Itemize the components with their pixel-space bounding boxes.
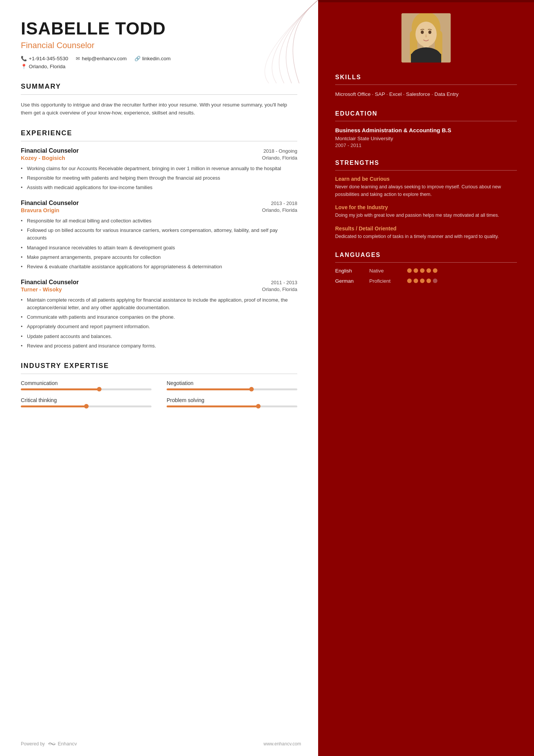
dot	[414, 279, 418, 283]
expertise-label-negotiation: Negotiation	[167, 380, 297, 386]
expertise-bar-negotiation	[167, 388, 297, 390]
job-location-2: Orlando, Florida	[262, 207, 297, 214]
language-row-english: English Native	[335, 268, 517, 274]
strength-item-3: Results / Detail Oriented Dedicated to c…	[335, 225, 517, 240]
strength-desc-1: Never done learning and always seeking t…	[335, 183, 517, 198]
job-company-2: Bravura Origin	[21, 207, 59, 213]
job-header-3: Financial Counselor 2011 - 2013	[21, 279, 297, 286]
svg-rect-9	[411, 54, 441, 63]
phone-icon: 📞	[21, 56, 27, 61]
job-bullets-3: Maintain complete records of all patient…	[21, 296, 297, 350]
job-role-1: Financial Counselor	[21, 147, 79, 154]
job-item-3: Financial Counselor 2011 - 2013 Turner -…	[21, 279, 297, 350]
expertise-label-communication: Communication	[21, 380, 151, 386]
skills-divider	[335, 85, 517, 85]
expertise-item-communication: Communication	[21, 380, 151, 390]
bullet-item: Assists with medicaid applications for l…	[21, 184, 297, 191]
language-name-german: German	[335, 278, 369, 284]
job-title: Financial Counselor	[21, 41, 297, 50]
strengths-divider	[335, 170, 517, 171]
right-panel: SKILLS Microsoft Office · SAP · Excel · …	[318, 0, 534, 756]
location-text: Orlando, Florida	[29, 64, 66, 69]
experience-divider	[21, 141, 297, 141]
job-item-1: Financial Counselor 2018 - Ongoing Kozey…	[21, 147, 297, 191]
bullet-item: Review & evaluate charitable assistance …	[21, 263, 297, 271]
job-header-1: Financial Counselor 2018 - Ongoing	[21, 147, 297, 154]
expertise-item-negotiation: Negotiation	[167, 380, 297, 390]
bullet-item: Make payment arrangements, prepare accou…	[21, 254, 297, 261]
resume-container: ISABELLE TODD Financial Counselor 📞 +1-9…	[0, 0, 534, 756]
bullet-item: Maintain complete records of all patient…	[21, 296, 297, 311]
dot	[433, 279, 437, 283]
languages-title: LANGUAGES	[335, 252, 517, 258]
experience-title: EXPERIENCE	[21, 129, 297, 137]
footer: Powered by Enhancv www.enhancv.com	[21, 741, 301, 747]
expertise-fill-negotiation	[167, 388, 251, 390]
job-company-row-2: Bravura Origin Orlando, Florida	[21, 207, 297, 214]
expertise-bar-problem-solving	[167, 405, 297, 407]
bullet-item: Review and process patient and insurance…	[21, 342, 297, 350]
expertise-divider	[21, 374, 297, 374]
strength-title-3: Results / Detail Oriented	[335, 225, 517, 232]
svg-point-6	[428, 31, 431, 34]
strength-item-1: Learn and be Curious Never done learning…	[335, 176, 517, 198]
expertise-label-problem-solving: Problem solving	[167, 397, 297, 403]
job-company-row-1: Kozey - Bogisich Orlando, Florida	[21, 155, 297, 162]
profile-photo	[401, 13, 451, 63]
job-date-2: 2013 - 2018	[271, 200, 297, 206]
dot	[420, 279, 425, 283]
strength-title-1: Learn and be Curious	[335, 176, 517, 182]
education-title: EDUCATION	[335, 110, 517, 117]
expertise-bar-critical-thinking	[21, 405, 151, 407]
language-row-german: German Proficient	[335, 278, 517, 284]
bullet-item: Responsible for meeting with patients an…	[21, 174, 297, 182]
left-header: ISABELLE TODD Financial Counselor 📞 +1-9…	[21, 19, 297, 69]
expertise-title: INDUSTRY EXPERTISE	[21, 362, 297, 370]
job-location-3: Orlando, Florida	[262, 286, 297, 293]
expertise-grid: Communication Negotiation Critical think…	[21, 380, 297, 407]
bullet-item: Communicate with patients and insurance …	[21, 313, 297, 321]
bullet-item: Appropriately document and report paymen…	[21, 323, 297, 330]
email-icon: ✉	[76, 56, 80, 61]
skills-section: SKILLS Microsoft Office · SAP · Excel · …	[335, 74, 517, 99]
svg-point-5	[421, 31, 424, 34]
strength-desc-3: Dedicated to completion of tasks in a ti…	[335, 233, 517, 240]
dot	[407, 279, 412, 283]
dot	[414, 268, 418, 273]
dot	[426, 279, 431, 283]
language-level-english: Native	[369, 268, 407, 274]
dot	[420, 268, 425, 273]
job-role-2: Financial Counselor	[21, 200, 79, 207]
job-bullets-2: Responsible for all medical billing and …	[21, 217, 297, 271]
skills-title: SKILLS	[335, 74, 517, 81]
job-date-3: 2011 - 2013	[271, 280, 297, 285]
education-divider	[335, 121, 517, 121]
strengths-section: STRENGTHS Learn and be Curious Never don…	[335, 160, 517, 240]
job-header-2: Financial Counselor 2013 - 2018	[21, 200, 297, 207]
job-role-3: Financial Counselor	[21, 279, 79, 286]
job-company-row-3: Turner - Wisoky Orlando, Florida	[21, 286, 297, 293]
bullet-item: Responsible for all medical billing and …	[21, 217, 297, 225]
bullet-item: Followed up on billed accounts for vario…	[21, 227, 297, 242]
strength-title-2: Love for the Industry	[335, 204, 517, 210]
summary-title: SUMMARY	[21, 83, 297, 91]
job-company-1: Kozey - Bogisich	[21, 155, 65, 161]
contact-info: 📞 +1-914-345-5530 ✉ help@enhancv.com 🔗 l…	[21, 56, 297, 69]
dot	[433, 268, 437, 273]
education-school: Montclair State University	[335, 136, 517, 141]
left-panel: ISABELLE TODD Financial Counselor 📞 +1-9…	[0, 0, 318, 756]
language-dots-english	[407, 268, 437, 273]
expertise-bar-communication	[21, 388, 151, 390]
email-item: ✉ help@enhancv.com	[76, 56, 127, 61]
expertise-fill-problem-solving	[167, 405, 258, 407]
job-bullets-1: Working claims for our Accounts Receivab…	[21, 165, 297, 191]
email-address: help@enhancv.com	[82, 56, 127, 61]
languages-section: LANGUAGES English Native German Proficie…	[335, 252, 517, 284]
dot	[407, 268, 412, 273]
job-company-3: Turner - Wisoky	[21, 286, 62, 293]
dot	[426, 268, 431, 273]
enhancv-logo-icon	[48, 741, 56, 747]
summary-section: SUMMARY Use this opportunity to intrigue…	[21, 83, 297, 117]
expertise-item-critical-thinking: Critical thinking	[21, 397, 151, 407]
website-url: linkedin.com	[142, 56, 171, 61]
